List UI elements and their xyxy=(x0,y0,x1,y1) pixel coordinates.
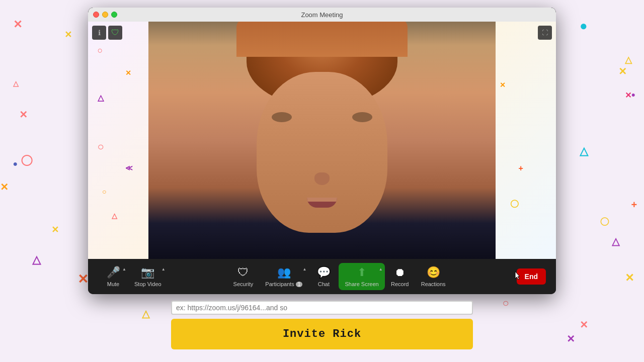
video-caret: ▲ xyxy=(162,267,166,272)
invite-overlay: Invite Rick xyxy=(171,301,473,354)
chat-button[interactable]: 💬 Chat xyxy=(308,263,339,290)
reactions-button[interactable]: 😊 Reactions xyxy=(415,263,452,290)
reactions-icon: 😊 xyxy=(427,266,440,279)
record-button[interactable]: ⏺ Record xyxy=(385,263,415,290)
traffic-lights xyxy=(93,12,117,18)
record-icon: ⏺ xyxy=(394,266,406,279)
info-button[interactable]: ℹ xyxy=(92,26,106,40)
zoom-window: Zoom Meeting ○✕△△✕●○△≪○●✕✕○△○✕+○△●△△✕···… xyxy=(88,8,556,294)
invite-link-input[interactable] xyxy=(176,304,468,312)
camera-icon: 📷 xyxy=(141,266,154,279)
maximize-button[interactable] xyxy=(111,12,117,18)
share-screen-button[interactable]: ⬆ Share Screen ▲ xyxy=(339,263,384,290)
security-video-button[interactable]: 🛡 xyxy=(108,26,122,40)
microphone-icon: 🎤 xyxy=(107,266,120,279)
participants-button[interactable]: 👥 Participants 1 ▲ xyxy=(259,263,308,290)
video-top-right-controls: ⛶ xyxy=(538,26,552,40)
shield-toolbar-icon: 🛡 xyxy=(237,266,249,279)
rick-mouth xyxy=(307,198,337,208)
video-area: ○✕△△✕●○△≪○●✕✕○△○✕+○△●△△✕·······△○△ ℹ 🛡 ⛶ xyxy=(88,22,556,259)
invite-rick-button[interactable]: Invite Rick xyxy=(171,319,473,349)
invite-input-wrapper xyxy=(171,301,473,315)
toolbar: 🎤 Mute ▲ 📷 Stop Video ▲ 🛡 Security 👥 Par… xyxy=(88,259,556,294)
chat-icon: 💬 xyxy=(317,266,331,279)
rick-nose xyxy=(314,172,330,185)
mute-button[interactable]: 🎤 Mute ▲ xyxy=(98,263,128,290)
mute-caret: ▲ xyxy=(122,267,126,272)
stop-video-button[interactable]: 📷 Stop Video ▲ xyxy=(128,263,168,290)
end-button[interactable]: End xyxy=(517,268,546,285)
rick-face-skin xyxy=(257,72,387,233)
video-top-left-controls: ℹ 🛡 xyxy=(92,26,122,40)
title-bar: Zoom Meeting xyxy=(88,8,556,22)
participant-video xyxy=(148,22,496,259)
share-screen-caret: ▲ xyxy=(379,267,383,272)
minimize-button[interactable] xyxy=(102,12,108,18)
security-button[interactable]: 🛡 Security xyxy=(227,263,260,290)
share-screen-icon: ⬆ xyxy=(357,266,366,279)
participants-icon: 👥 xyxy=(277,266,291,279)
fullscreen-button[interactable]: ⛶ xyxy=(538,26,552,40)
participants-caret: ▲ xyxy=(303,267,307,272)
window-title: Zoom Meeting xyxy=(301,11,343,19)
close-button[interactable] xyxy=(93,12,99,18)
